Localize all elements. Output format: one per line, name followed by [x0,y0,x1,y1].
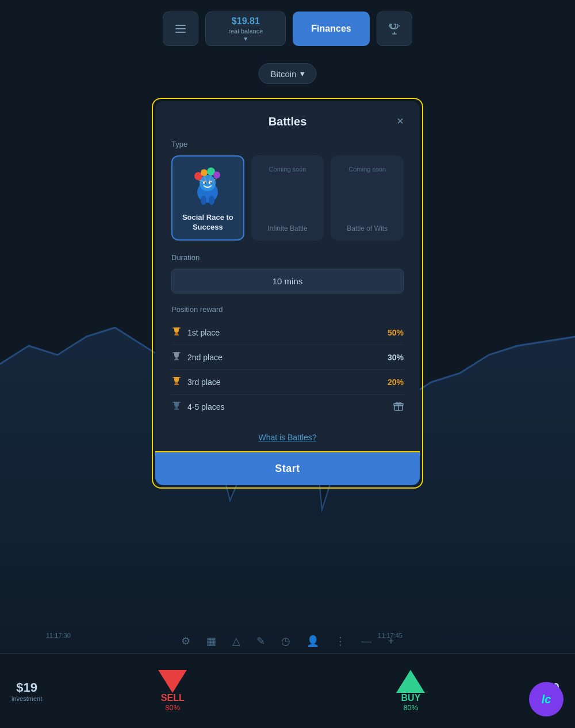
buy-arrow-icon [396,670,425,693]
svg-rect-2 [175,32,186,33]
what-is-battles-link[interactable]: What is Battles? [171,428,404,451]
gift-icon [393,401,404,413]
close-button[interactable]: × [397,115,404,127]
svg-rect-21 [175,357,178,359]
svg-marker-30 [158,670,187,693]
battle-of-wits-title: Battle of Wits [347,224,388,232]
reward-3rd-pct: 20% [388,378,404,387]
edit-icon[interactable]: ✎ [256,635,265,647]
infinite-battle-icon [264,175,310,221]
svg-rect-19 [175,333,178,334]
modal-dialog: Battles × Type [155,101,420,485]
balance-label: real balance [228,28,263,35]
infinite-battle-title: Infinite Battle [267,224,307,232]
bottom-toolbar: ⚙ ▦ △ ✎ ◷ 👤 ⋮ — + [0,635,575,647]
sell-button[interactable]: SELL 80% [53,670,292,712]
investment-section: $19 investment [0,680,53,702]
svg-rect-20 [174,334,179,336]
svg-point-18 [209,196,214,205]
trophy-4-icon [171,401,182,413]
plus-icon[interactable]: + [388,635,394,647]
infinite-battle-card[interactable]: Coming soon Infinite Battle [251,155,324,241]
lc-logo: lc [529,682,564,716]
svg-point-8 [210,182,212,184]
reward-2nd-place: 2nd place [187,353,388,362]
sell-label: SELL [161,693,185,703]
menu-button[interactable] [163,12,198,46]
trophy-bronze-icon [171,376,182,388]
buy-button[interactable]: BUY 80% [292,670,530,712]
buy-label: BUY [401,693,421,703]
reward-row-1: 1st place 50% [171,321,404,345]
minus-icon[interactable]: — [362,635,372,647]
svg-rect-22 [174,359,179,360]
duration-section-label: Duration [171,253,404,262]
reward-list: 1st place 50% 2nd [171,321,404,419]
battles-modal: Battles × Type [152,98,423,489]
bitcoin-label: Bitcoin [270,69,296,79]
social-race-card[interactable]: Social Race to Success [171,155,244,241]
battle-of-wits-card[interactable]: Coming soon Battle of Wits [331,155,404,241]
investment-amount: $19 [16,680,37,695]
svg-marker-31 [396,670,425,693]
trophy-gold-icon [171,326,182,339]
wits-coming-soon: Coming soon [348,166,386,173]
svg-point-12 [213,171,220,178]
lc-logo-text: lc [542,693,551,706]
svg-point-7 [205,182,206,184]
reward-row-3: 3rd place 20% [171,370,404,395]
buy-pct: 80% [403,703,418,712]
position-reward-label: Position reward [171,305,404,314]
top-navigation: $19.81 real balance ▼ Finances [0,12,575,46]
modal-header: Battles × [171,115,404,128]
duration-field: 10 mins [171,269,404,294]
settings-icon[interactable]: ⚙ [181,635,190,647]
clock-icon[interactable]: ◷ [281,635,290,647]
svg-point-10 [201,169,208,176]
trading-bar: $19 investment SELL 80% BUY 80% 00 deal … [0,653,575,728]
sell-arrow-icon [158,670,187,693]
balance-button[interactable]: $19.81 real balance ▼ [205,12,286,46]
svg-rect-0 [175,25,186,26]
finances-button[interactable]: Finances [293,12,369,46]
bitcoin-dropdown[interactable]: Bitcoin ▾ [258,63,316,84]
alert-icon[interactable]: △ [232,635,240,647]
sell-pct: 80% [165,703,180,712]
chart-icon[interactable]: ▦ [206,635,216,647]
more-icon[interactable]: ⋮ [335,635,346,647]
reward-1st-pct: 50% [388,328,404,337]
balance-amount: $19.81 [232,16,260,26]
social-race-icon [185,163,231,209]
reward-4-place: 4-5 places [187,402,393,411]
start-button-wrapper: Start [155,451,420,485]
type-cards: Social Race to Success Coming soon Infin… [171,155,404,241]
svg-rect-24 [174,384,179,385]
start-button[interactable]: Start [155,452,420,485]
investment-label: investment [12,695,42,702]
svg-rect-23 [175,382,178,384]
infinite-coming-soon: Coming soon [269,166,306,173]
battle-of-wits-icon [344,175,390,221]
modal-title: Battles [269,115,307,128]
svg-rect-25 [175,407,178,409]
svg-rect-1 [175,28,186,29]
dropdown-chevron-icon: ▾ [300,68,305,79]
social-race-title: Social Race to Success [177,213,239,232]
trophy-silver-icon [171,351,182,364]
reward-2nd-pct: 30% [388,353,404,362]
svg-point-17 [201,196,206,205]
reward-row-2: 2nd place 30% [171,345,404,370]
type-section-label: Type [171,140,404,148]
reward-row-4: 4-5 places [171,395,404,419]
person-icon[interactable]: 👤 [306,635,319,647]
modal-yellow-border: Battles × Type [152,98,423,489]
reward-3rd-place: 3rd place [187,378,388,387]
svg-rect-26 [174,409,179,410]
trophy-button[interactable] [377,12,412,46]
reward-1st-place: 1st place [187,328,388,337]
